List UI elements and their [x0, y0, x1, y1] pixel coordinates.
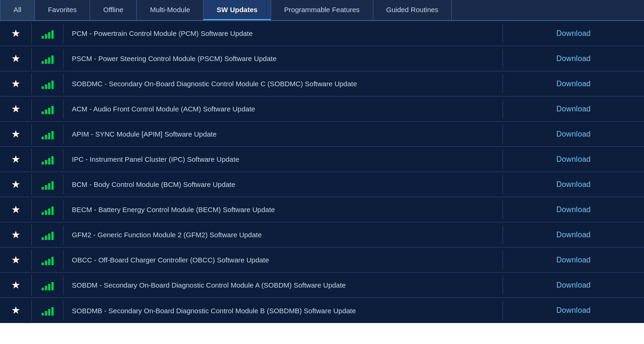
signal-col [32, 175, 63, 194]
favorite-star-col: ★ [0, 149, 32, 170]
favorite-star-col: ★ [0, 48, 32, 69]
signal-col [32, 124, 63, 144]
signal-bars-icon [42, 154, 54, 165]
star-icon[interactable]: ★ [11, 103, 21, 115]
download-col: Download [503, 100, 644, 118]
signal-col [32, 250, 63, 270]
table-row: ★SOBDMB - Secondary On-Board Diagnostic … [0, 298, 644, 323]
download-col: Download [503, 25, 644, 42]
signal-col [32, 74, 63, 94]
download-col: Download [503, 251, 644, 269]
module-label: APIM - SYNC Module [APIM] Software Updat… [63, 124, 503, 144]
favorite-star-col: ★ [0, 23, 32, 44]
download-col: Download [503, 125, 644, 143]
tab-all[interactable]: All [0, 0, 35, 20]
star-icon[interactable]: ★ [11, 28, 21, 40]
signal-col [32, 24, 63, 43]
favorite-star-col: ★ [0, 174, 32, 195]
download-button[interactable]: Download [556, 29, 591, 38]
download-col: Download [503, 151, 644, 168]
download-button[interactable]: Download [556, 80, 591, 88]
tab-guided-routines[interactable]: Guided Routines [373, 0, 452, 20]
star-icon[interactable]: ★ [11, 254, 21, 266]
module-label: SOBDMB - Secondary On-Board Diagnostic C… [63, 301, 503, 320]
table-row: ★ACM - Audio Front Control Module (ACM) … [0, 96, 644, 122]
signal-bars-icon [42, 79, 54, 89]
signal-bars-icon [42, 205, 54, 215]
favorite-star-col: ★ [0, 275, 32, 296]
module-label: BECM - Battery Energy Control Module (BE… [63, 200, 503, 219]
star-icon[interactable]: ★ [11, 204, 21, 216]
signal-bars-icon [42, 104, 54, 114]
favorite-star-col: ★ [0, 224, 32, 246]
favorite-star-col: ★ [0, 199, 32, 220]
module-label: IPC - Instrument Panel Cluster (IPC) Sof… [63, 150, 503, 169]
tab-offline[interactable]: Offline [90, 0, 137, 20]
favorite-star-col: ★ [0, 249, 32, 271]
star-icon[interactable]: ★ [11, 304, 21, 316]
signal-col [32, 99, 63, 119]
star-icon[interactable]: ★ [11, 279, 21, 291]
download-button[interactable]: Download [556, 231, 591, 239]
signal-bars-icon [42, 179, 54, 190]
download-button[interactable]: Download [556, 256, 591, 264]
module-label: ACM - Audio Front Control Module (ACM) S… [63, 99, 503, 118]
signal-bars-icon [42, 305, 54, 316]
signal-col [32, 49, 63, 69]
star-icon[interactable]: ★ [11, 179, 21, 191]
signal-bars-icon [42, 129, 54, 139]
table-row: ★APIM - SYNC Module [APIM] Software Upda… [0, 122, 644, 147]
table-row: ★SOBDM - Secondary On-Board Diagnostic C… [0, 273, 644, 298]
favorite-star-col: ★ [0, 300, 32, 321]
table-row: ★PSCM - Power Steering Control Module (P… [0, 46, 644, 71]
download-col: Download [503, 226, 644, 244]
signal-col [32, 150, 63, 169]
download-col: Download [503, 276, 644, 294]
signal-col [32, 275, 63, 295]
signal-bars-icon [42, 280, 54, 290]
favorite-star-col: ★ [0, 98, 32, 120]
download-button[interactable]: Download [556, 206, 591, 214]
star-icon[interactable]: ★ [11, 128, 21, 140]
signal-bars-icon [42, 255, 54, 265]
star-icon[interactable]: ★ [11, 153, 21, 165]
download-button[interactable]: Download [556, 180, 591, 189]
star-icon[interactable]: ★ [11, 53, 21, 65]
sw-updates-table: ★PCM - Powertrain Control Module (PCM) S… [0, 21, 644, 323]
favorite-star-col: ★ [0, 73, 32, 95]
signal-col [32, 301, 63, 320]
download-col: Download [503, 201, 644, 219]
download-button[interactable]: Download [556, 55, 591, 63]
tab-programmable-features[interactable]: Programmable Features [271, 0, 373, 20]
download-button[interactable]: Download [556, 281, 591, 289]
signal-bars-icon [42, 54, 54, 64]
signal-bars-icon [42, 230, 54, 240]
signal-col [32, 200, 63, 220]
download-col: Download [503, 50, 644, 68]
download-col: Download [503, 75, 644, 93]
table-row: ★BECM - Battery Energy Control Module (B… [0, 197, 644, 222]
tab-bar: AllFavoritesOfflineMulti-ModuleSW Update… [0, 0, 644, 21]
download-button[interactable]: Download [556, 105, 591, 113]
star-icon[interactable]: ★ [11, 78, 21, 90]
tab-sw-updates[interactable]: SW Updates [203, 0, 271, 20]
tab-multi-module[interactable]: Multi-Module [137, 0, 203, 20]
module-label: PCM - Powertrain Control Module (PCM) So… [63, 24, 503, 43]
tab-favorites[interactable]: Favorites [35, 0, 91, 20]
star-icon[interactable]: ★ [11, 229, 21, 241]
download-button[interactable]: Download [556, 155, 591, 164]
table-row: ★GFM2 - Generic Function Module 2 (GFM2)… [0, 222, 644, 248]
download-col: Download [503, 302, 644, 319]
download-button[interactable]: Download [556, 130, 591, 138]
download-button[interactable]: Download [556, 306, 591, 315]
signal-bars-icon [42, 28, 54, 39]
table-row: ★PCM - Powertrain Control Module (PCM) S… [0, 21, 644, 46]
favorite-star-col: ★ [0, 124, 32, 145]
module-label: BCM - Body Control Module (BCM) Software… [63, 175, 503, 194]
signal-col [32, 225, 63, 245]
module-label: SOBDMC - Secondary On-Board Diagnostic C… [63, 74, 503, 93]
module-label: OBCC - Off-Board Charger Controller (OBC… [63, 250, 503, 269]
module-label: GFM2 - Generic Function Module 2 (GFM2) … [63, 225, 503, 244]
table-row: ★SOBDMC - Secondary On-Board Diagnostic … [0, 71, 644, 96]
module-label: PSCM - Power Steering Control Module (PS… [63, 49, 503, 68]
